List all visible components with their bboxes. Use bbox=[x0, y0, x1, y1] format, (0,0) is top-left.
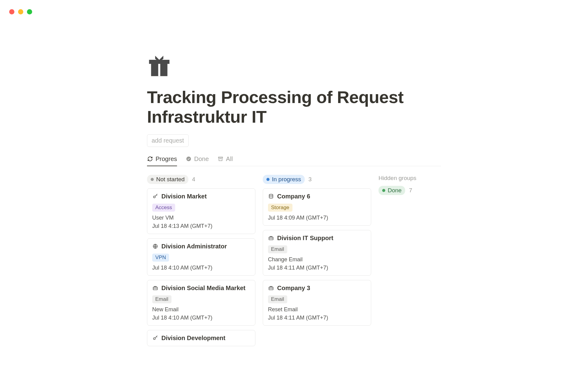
card-company-3[interactable]: Company 3 Email Reset Email Jul 18 4:11 … bbox=[263, 280, 371, 326]
globe-icon bbox=[152, 243, 158, 249]
tab-label: Done bbox=[194, 155, 209, 163]
card-division-social-media-market[interactable]: Division Social Media Market Email New E… bbox=[147, 280, 255, 326]
card-division-development[interactable]: Division Development bbox=[147, 330, 255, 346]
card-title: Company 6 bbox=[277, 193, 310, 200]
column-count: 4 bbox=[192, 176, 195, 183]
minimize-window-button[interactable] bbox=[18, 9, 23, 14]
card-description: Reset Email bbox=[268, 306, 366, 313]
card-company-6[interactable]: Company 6 Storage Jul 18 4:09 AM (GMT+7) bbox=[263, 188, 371, 226]
card-date: Jul 18 4:11 AM (GMT+7) bbox=[268, 315, 366, 321]
column-label: Not started bbox=[156, 176, 185, 183]
card-division-administrator[interactable]: Division Administrator VPN Jul 18 4:10 A… bbox=[147, 238, 255, 276]
column-count: 3 bbox=[308, 176, 312, 183]
tag-access: Access bbox=[152, 204, 175, 212]
card-description: New Email bbox=[152, 306, 250, 313]
column-header[interactable]: In progress 3 bbox=[263, 175, 371, 184]
svg-point-0 bbox=[187, 157, 191, 161]
status-dot-icon bbox=[382, 189, 385, 192]
kanban-board: Not started 4 Division Market Access Use… bbox=[147, 175, 441, 346]
hidden-group-label: Done bbox=[388, 187, 401, 194]
page-title: Tracking Processing of Request Infrastru… bbox=[147, 87, 441, 127]
status-dot-icon bbox=[266, 178, 270, 181]
card-title: Division Development bbox=[161, 335, 225, 342]
view-tabs: Progres Done All bbox=[147, 155, 441, 166]
card-description: User VM bbox=[152, 215, 250, 221]
card-title: Division Administrator bbox=[161, 243, 227, 250]
column-header[interactable]: Not started 4 bbox=[147, 175, 255, 184]
tag-email: Email bbox=[268, 245, 287, 253]
key-icon bbox=[152, 335, 158, 341]
tab-progres[interactable]: Progres bbox=[147, 155, 177, 166]
svg-rect-1 bbox=[218, 157, 223, 158]
column-label: In progress bbox=[272, 176, 301, 183]
card-title: Division IT Support bbox=[277, 235, 333, 242]
column-hidden-groups: Hidden groups Done 7 bbox=[379, 175, 440, 195]
tab-done[interactable]: Done bbox=[186, 155, 209, 166]
hidden-groups-label: Hidden groups bbox=[379, 175, 440, 182]
column-in-progress: In progress 3 Company 6 Storage Jul 18 4… bbox=[263, 175, 371, 330]
tag-storage: Storage bbox=[268, 204, 292, 212]
briefcase-icon bbox=[268, 285, 274, 291]
check-circle-icon bbox=[186, 156, 192, 162]
hidden-group-count: 7 bbox=[409, 187, 412, 194]
close-window-button[interactable] bbox=[9, 9, 14, 14]
window-traffic-lights bbox=[9, 9, 32, 14]
card-date: Jul 18 4:11 AM (GMT+7) bbox=[268, 265, 366, 271]
add-request-button[interactable]: add request bbox=[147, 134, 189, 147]
card-date: Jul 18 4:09 AM (GMT+7) bbox=[268, 215, 366, 221]
page-icon-gift bbox=[147, 54, 172, 78]
refresh-icon bbox=[147, 156, 153, 162]
hidden-group-done[interactable]: Done 7 bbox=[379, 186, 440, 195]
svg-point-6 bbox=[269, 194, 273, 196]
column-not-started: Not started 4 Division Market Access Use… bbox=[147, 175, 255, 346]
tab-label: All bbox=[226, 155, 233, 163]
briefcase-icon bbox=[152, 285, 158, 291]
card-title: Division Market bbox=[161, 193, 207, 200]
tab-label: Progres bbox=[156, 155, 177, 163]
tab-all[interactable]: All bbox=[217, 155, 233, 166]
card-title: Company 3 bbox=[277, 285, 310, 292]
tag-email: Email bbox=[268, 295, 287, 303]
card-description: Change Email bbox=[268, 256, 366, 263]
status-dot-icon bbox=[151, 178, 154, 181]
maximize-window-button[interactable] bbox=[27, 9, 32, 14]
card-date: Jul 18 4:10 AM (GMT+7) bbox=[152, 315, 250, 321]
key-icon bbox=[152, 193, 158, 199]
card-date: Jul 18 4:13 AM (GMT+7) bbox=[152, 223, 250, 229]
archive-icon bbox=[217, 156, 224, 162]
card-date: Jul 18 4:10 AM (GMT+7) bbox=[152, 265, 250, 271]
card-title: Division Social Media Market bbox=[161, 285, 246, 292]
card-division-market[interactable]: Division Market Access User VM Jul 18 4:… bbox=[147, 188, 255, 234]
database-icon bbox=[268, 193, 274, 199]
card-division-it-support[interactable]: Division IT Support Email Change Email J… bbox=[263, 230, 371, 276]
tag-vpn: VPN bbox=[152, 254, 169, 262]
tag-email: Email bbox=[152, 295, 172, 303]
briefcase-icon bbox=[268, 235, 274, 241]
